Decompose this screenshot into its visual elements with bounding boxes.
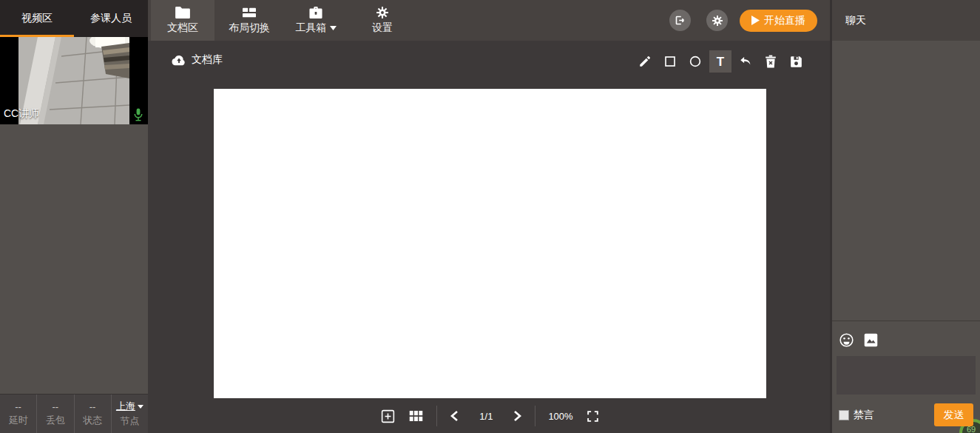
prev-page-button[interactable]: [450, 410, 459, 422]
node-value: 上海: [116, 400, 135, 413]
plus-square-icon: [380, 409, 396, 424]
stat-label: 状态: [83, 414, 102, 427]
trash-icon: [765, 55, 777, 68]
toolbox-icon: [308, 6, 324, 19]
page-indicator: 1/1: [471, 411, 501, 422]
chevron-right-icon: [513, 410, 522, 422]
stat-label: 节点: [120, 414, 139, 428]
chat-panel: 聊天 禁言 发送 69: [830, 0, 980, 433]
mute-checkbox[interactable]: [839, 410, 849, 420]
start-live-label: 开始直播: [764, 14, 805, 27]
settings-button[interactable]: [706, 10, 728, 31]
rectangle-icon: [663, 55, 677, 68]
pencil-tool-button[interactable]: [634, 50, 656, 73]
save-annotation-button[interactable]: [785, 50, 807, 73]
nav-label: 工具箱: [296, 21, 327, 35]
fullscreen-button[interactable]: [586, 409, 600, 423]
emoji-button[interactable]: [839, 332, 854, 348]
next-page-button[interactable]: [513, 410, 522, 422]
network-stats-bar: -- 延时 -- 丢包 -- 状态 上海 节点: [0, 394, 148, 433]
document-library-label: 文档库: [192, 53, 223, 67]
caret-down-icon: [138, 405, 143, 409]
text-tool-button[interactable]: T: [709, 50, 731, 73]
stat-packet-loss: -- 丢包: [37, 395, 74, 433]
main-nav: 文档区 布局切换 工具箱 设置: [148, 0, 417, 41]
divider: [436, 406, 437, 426]
presenter-video: CC讲师: [0, 37, 148, 124]
compose-toolbar: [839, 332, 879, 348]
nav-label: 文档区: [167, 21, 198, 35]
tab-participants[interactable]: 参课人员: [74, 0, 148, 37]
add-page-button[interactable]: [380, 409, 396, 424]
chat-title: 聊天: [832, 0, 980, 41]
divider: [832, 320, 980, 321]
top-toolbar: 文档区 布局切换 工具箱 设置: [148, 0, 832, 41]
delete-annotation-button[interactable]: [760, 50, 782, 73]
gear-icon: [375, 6, 390, 19]
chevron-left-icon: [450, 410, 459, 422]
left-panel: 视频区 参课人员: [0, 0, 148, 433]
undo-icon: [739, 55, 752, 68]
tab-layout-switch[interactable]: 布局切换: [217, 0, 281, 41]
tab-toolbox[interactable]: 工具箱: [284, 0, 348, 41]
tab-settings[interactable]: 设置: [351, 0, 414, 41]
image-upload-button[interactable]: [863, 332, 879, 348]
folder-icon: [175, 6, 191, 19]
microphone-icon[interactable]: [133, 108, 143, 121]
chat-input[interactable]: [837, 356, 976, 395]
stat-delay: -- 延时: [0, 395, 37, 433]
stat-status: -- 状态: [75, 395, 112, 433]
left-tabs: 视频区 参课人员: [0, 0, 148, 37]
text-tool-icon: T: [717, 56, 724, 68]
tab-document-area[interactable]: 文档区: [151, 0, 214, 41]
undo-button[interactable]: [734, 50, 757, 73]
document-library-button[interactable]: 文档库: [172, 53, 223, 67]
top-actions: 开始直播: [669, 0, 832, 41]
exit-button[interactable]: [669, 10, 691, 31]
stat-value: --: [89, 401, 96, 412]
stat-value: --: [53, 401, 59, 412]
cloud-upload-icon: [172, 55, 186, 66]
page-controls: 1/1 100%: [148, 406, 832, 426]
stat-label: 延时: [9, 414, 28, 427]
logout-icon: [675, 15, 686, 26]
image-icon: [863, 332, 879, 348]
divider: [535, 406, 535, 426]
node-selector[interactable]: 上海 节点: [112, 395, 148, 433]
start-live-button[interactable]: 开始直播: [740, 10, 817, 32]
zoom-level: 100%: [548, 411, 572, 422]
chat-message-list[interactable]: [832, 41, 980, 320]
nav-label: 布局切换: [229, 21, 270, 35]
grid-icon: [408, 409, 424, 423]
rectangle-tool-button[interactable]: [659, 50, 681, 73]
send-button[interactable]: 发送: [934, 403, 973, 426]
live-studio-app: 文档区 布局切换 工具箱 设置: [0, 0, 980, 433]
emoji-icon: [839, 332, 854, 348]
mute-toggle[interactable]: 禁言: [839, 409, 874, 422]
nav-label: 设置: [372, 21, 393, 35]
ellipse-tool-button[interactable]: [684, 50, 706, 73]
caret-down-icon: [330, 26, 337, 30]
layout-icon: [241, 6, 257, 19]
stat-label: 丢包: [46, 414, 65, 427]
document-canvas[interactable]: [214, 89, 766, 398]
ellipse-icon: [689, 55, 702, 68]
fullscreen-icon: [586, 409, 600, 423]
presenter-name-label: CC讲师: [4, 107, 39, 121]
document-area: 文档库 T: [148, 41, 832, 433]
play-icon: [751, 16, 760, 25]
save-icon: [790, 56, 802, 68]
compose-bottom: 禁言 发送: [832, 403, 980, 428]
gear-icon: [712, 15, 723, 27]
tab-video-area[interactable]: 视频区: [0, 0, 74, 37]
stat-value: --: [15, 401, 21, 412]
pencil-icon: [638, 55, 652, 68]
thumbnail-grid-button[interactable]: [408, 409, 424, 423]
mute-label: 禁言: [854, 409, 874, 422]
annotation-toolbar: T: [634, 50, 807, 73]
